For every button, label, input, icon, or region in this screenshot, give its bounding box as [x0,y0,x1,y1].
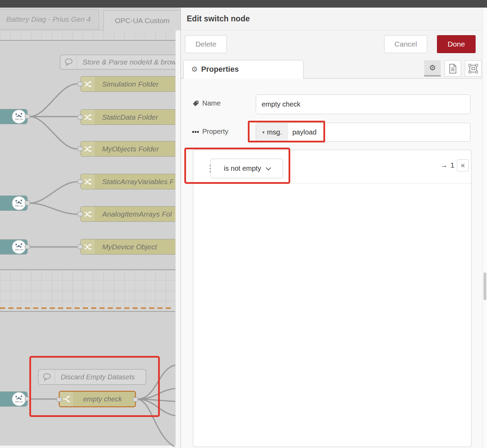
opcua-browser-node[interactable]: er OPC UA [0,391,28,407]
canvas-vertical-scrollbar[interactable] [175,30,181,448]
gear-icon: ⚙ [191,65,198,73]
rule-delete-button[interactable]: × [457,159,469,171]
flow-canvas[interactable]: Battery Diag - Prius Gen 4 OPC-UA Custom [0,8,181,448]
opcua-icon: OPC UA [12,392,26,406]
node-label: StaticData Folder [95,113,158,121]
switch-node-simulation-folder[interactable]: Simulation Folder [80,76,176,92]
comment-bubble-icon [65,58,73,66]
switch-shuffle-icon [84,211,92,218]
gear-icon: ⚙ [429,63,436,72]
rule-list-container: is not empty → 1 × [193,150,471,447]
top-header-bar [0,0,487,8]
dialog-tab-bar: ⚙ Properties ⚙ [181,60,487,79]
rule-output-label: → 1 [440,161,455,169]
dialog-header: Edit switch node [181,8,487,30]
switch-shuffle-icon [84,146,92,152]
comment-label: Store & Parse nodeId & brow [77,58,176,66]
ellipsis-icon [192,130,199,133]
switch-node-staticdata-folder[interactable]: StaticData Folder [80,109,176,125]
input-port[interactable] [78,82,83,86]
opcua-browser-node[interactable]: er OPC UA [0,239,28,255]
appearance-view-button[interactable] [465,60,481,77]
node-label: MyDevice Object [95,243,157,251]
input-port[interactable] [78,212,83,216]
edit-switch-node-dialog: Edit switch node Delete Cancel Done ⚙ Pr… [181,8,487,448]
annotation-box-rule-operator [184,148,290,184]
node-label: AnalogItemArrays Fol [95,210,172,218]
tab-properties[interactable]: ⚙ Properties [183,60,303,79]
name-input[interactable]: empty check [256,94,470,114]
switch-node-myobjects-folder[interactable]: MyObjects Folder [80,141,176,157]
opcua-browser-node[interactable]: er OPC UA [0,109,28,124]
comment-node-store-parse[interactable]: Store & Parse nodeId & brow [60,54,176,70]
switch-node-staticarrayvariables[interactable]: StaticArrayVariables F [80,174,176,189]
property-field-label: Property [192,128,228,136]
switch-node-analogitemarrays[interactable]: AnalogItemArrays Fol [80,206,176,222]
switch-shuffle-icon [84,81,92,88]
node-red-app: Battery Diag - Prius Gen 4 OPC-UA Custom [0,0,487,448]
input-port[interactable] [78,147,83,151]
selection-frame-icon [468,64,478,73]
input-port[interactable] [78,179,83,184]
opcua-icon: OPC UA [12,240,26,254]
dialog-button-row: Delete Cancel Done [181,30,487,60]
switch-shuffle-icon [84,178,92,185]
annotation-box-property [248,121,325,142]
properties-view-button[interactable]: ⚙ [424,60,441,77]
done-button[interactable]: Done [437,35,476,53]
close-icon: × [461,161,465,170]
opcua-icon: OPC UA [12,110,26,123]
dialog-title: Edit switch node [187,14,250,23]
delete-button[interactable]: Delete [185,35,227,53]
switch-shuffle-icon [84,114,92,121]
tag-icon [192,100,199,107]
switch-shuffle-icon [84,243,92,250]
input-port[interactable] [78,245,83,249]
input-port[interactable] [78,115,83,119]
tab-properties-label: Properties [201,65,239,74]
node-label: StaticArrayVariables F [95,178,174,186]
dialog-scrollbar-thumb[interactable] [484,272,486,300]
cancel-button[interactable]: Cancel [384,35,427,53]
output-port[interactable] [25,114,30,119]
opcua-browser-node[interactable]: er OPC UA [0,196,28,211]
arrow-right-icon: → [440,161,448,169]
annotation-box-empty-check-group [29,356,160,417]
dialog-scrollbar[interactable] [483,8,487,448]
node-label: MyObjects Folder [95,145,159,153]
output-port[interactable] [25,245,30,249]
node-label: Simulation Folder [95,80,158,88]
opcua-icon: OPC UA [12,196,26,210]
rule-output-index: 1 [450,161,455,169]
document-icon [449,64,457,73]
output-port[interactable] [25,201,30,205]
description-view-button[interactable] [445,60,461,77]
switch-node-mydevice-object[interactable]: MyDevice Object [80,239,176,255]
name-field-label: Name [192,99,221,107]
